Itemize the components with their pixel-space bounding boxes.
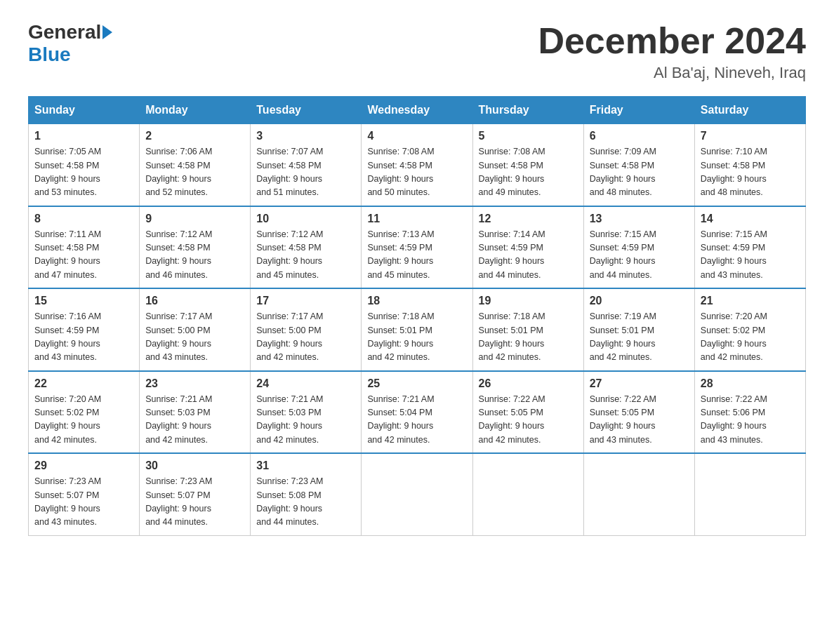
logo: General Blue — [28, 21, 114, 66]
day-info: Sunrise: 7:10 AMSunset: 4:58 PMDaylight:… — [701, 145, 800, 200]
logo-blue-text: Blue — [28, 43, 71, 65]
calendar-day-cell: 26Sunrise: 7:22 AMSunset: 5:05 PMDayligh… — [472, 371, 583, 454]
day-info: Sunrise: 7:22 AMSunset: 5:05 PMDaylight:… — [590, 393, 689, 448]
calendar-day-cell: 17Sunrise: 7:17 AMSunset: 5:00 PMDayligh… — [251, 288, 362, 371]
day-info: Sunrise: 7:16 AMSunset: 4:59 PMDaylight:… — [34, 310, 133, 365]
calendar-week-row: 15Sunrise: 7:16 AMSunset: 4:59 PMDayligh… — [29, 288, 806, 371]
day-number: 21 — [701, 295, 800, 307]
calendar-day-cell: 7Sunrise: 7:10 AMSunset: 4:58 PMDaylight… — [694, 124, 805, 206]
day-number: 3 — [256, 130, 355, 142]
day-info: Sunrise: 7:13 AMSunset: 4:59 PMDaylight:… — [367, 228, 466, 283]
day-number: 25 — [367, 377, 466, 390]
day-info: Sunrise: 7:15 AMSunset: 4:59 PMDaylight:… — [590, 228, 689, 283]
calendar-day-cell: 27Sunrise: 7:22 AMSunset: 5:05 PMDayligh… — [583, 371, 694, 454]
weekday-header-wednesday: Wednesday — [362, 97, 472, 124]
calendar-day-cell: 1Sunrise: 7:05 AMSunset: 4:58 PMDaylight… — [29, 124, 140, 206]
calendar-day-cell: 31Sunrise: 7:23 AMSunset: 5:08 PMDayligh… — [251, 453, 362, 535]
day-number: 9 — [145, 213, 244, 225]
day-info: Sunrise: 7:15 AMSunset: 4:59 PMDaylight:… — [701, 228, 800, 283]
weekday-header-saturday: Saturday — [694, 97, 805, 124]
day-info: Sunrise: 7:07 AMSunset: 4:58 PMDaylight:… — [256, 145, 355, 200]
calendar-day-cell: 18Sunrise: 7:18 AMSunset: 5:01 PMDayligh… — [362, 288, 472, 371]
page-header: General Blue December 2024 Al Ba'aj, Nin… — [28, 21, 806, 82]
day-number: 7 — [701, 130, 800, 142]
weekday-header-row: SundayMondayTuesdayWednesdayThursdayFrid… — [29, 97, 806, 124]
day-number: 4 — [367, 130, 466, 142]
calendar-day-cell: 6Sunrise: 7:09 AMSunset: 4:58 PMDaylight… — [583, 124, 694, 206]
calendar-day-cell: 13Sunrise: 7:15 AMSunset: 4:59 PMDayligh… — [583, 206, 694, 289]
calendar-day-cell: 25Sunrise: 7:21 AMSunset: 5:04 PMDayligh… — [362, 371, 472, 454]
day-info: Sunrise: 7:23 AMSunset: 5:08 PMDaylight:… — [256, 475, 355, 530]
weekday-header-thursday: Thursday — [472, 97, 583, 124]
day-info: Sunrise: 7:09 AMSunset: 4:58 PMDaylight:… — [590, 145, 689, 200]
calendar-week-row: 8Sunrise: 7:11 AMSunset: 4:58 PMDaylight… — [29, 206, 806, 289]
day-info: Sunrise: 7:21 AMSunset: 5:04 PMDaylight:… — [367, 393, 466, 448]
calendar-week-row: 22Sunrise: 7:20 AMSunset: 5:02 PMDayligh… — [29, 371, 806, 454]
calendar-day-cell: 24Sunrise: 7:21 AMSunset: 5:03 PMDayligh… — [251, 371, 362, 454]
day-number: 11 — [367, 213, 466, 225]
day-number: 15 — [34, 295, 133, 307]
day-info: Sunrise: 7:20 AMSunset: 5:02 PMDaylight:… — [34, 393, 133, 448]
calendar-day-cell — [694, 453, 805, 535]
calendar-week-row: 29Sunrise: 7:23 AMSunset: 5:07 PMDayligh… — [29, 453, 806, 535]
day-info: Sunrise: 7:08 AMSunset: 4:58 PMDaylight:… — [367, 145, 466, 200]
calendar-day-cell: 10Sunrise: 7:12 AMSunset: 4:58 PMDayligh… — [251, 206, 362, 289]
calendar-week-row: 1Sunrise: 7:05 AMSunset: 4:58 PMDaylight… — [29, 124, 806, 206]
day-number: 24 — [256, 377, 355, 390]
calendar-day-cell — [472, 453, 583, 535]
day-number: 18 — [367, 295, 466, 307]
calendar-day-cell: 8Sunrise: 7:11 AMSunset: 4:58 PMDaylight… — [29, 206, 140, 289]
day-number: 13 — [590, 213, 689, 225]
day-info: Sunrise: 7:18 AMSunset: 5:01 PMDaylight:… — [367, 310, 466, 365]
day-number: 8 — [34, 213, 133, 225]
logo-general-text: General — [28, 21, 101, 43]
day-number: 26 — [479, 377, 578, 390]
day-number: 1 — [34, 130, 133, 142]
day-info: Sunrise: 7:21 AMSunset: 5:03 PMDaylight:… — [145, 393, 244, 448]
day-info: Sunrise: 7:20 AMSunset: 5:02 PMDaylight:… — [701, 310, 800, 365]
weekday-header-monday: Monday — [140, 97, 251, 124]
calendar-day-cell: 15Sunrise: 7:16 AMSunset: 4:59 PMDayligh… — [29, 288, 140, 371]
calendar-day-cell: 28Sunrise: 7:22 AMSunset: 5:06 PMDayligh… — [694, 371, 805, 454]
day-info: Sunrise: 7:05 AMSunset: 4:58 PMDaylight:… — [34, 145, 133, 200]
calendar-day-cell: 12Sunrise: 7:14 AMSunset: 4:59 PMDayligh… — [472, 206, 583, 289]
day-number: 14 — [701, 213, 800, 225]
day-number: 27 — [590, 377, 689, 390]
logo-arrow-icon — [102, 25, 112, 39]
day-info: Sunrise: 7:14 AMSunset: 4:59 PMDaylight:… — [479, 228, 578, 283]
calendar-day-cell: 20Sunrise: 7:19 AMSunset: 5:01 PMDayligh… — [583, 288, 694, 371]
day-info: Sunrise: 7:12 AMSunset: 4:58 PMDaylight:… — [256, 228, 355, 283]
day-number: 20 — [590, 295, 689, 307]
location-text: Al Ba'aj, Nineveh, Iraq — [538, 64, 806, 82]
day-number: 10 — [256, 213, 355, 225]
weekday-header-sunday: Sunday — [29, 97, 140, 124]
title-section: December 2024 Al Ba'aj, Nineveh, Iraq — [538, 21, 806, 82]
day-info: Sunrise: 7:06 AMSunset: 4:58 PMDaylight:… — [145, 145, 244, 200]
calendar-day-cell: 23Sunrise: 7:21 AMSunset: 5:03 PMDayligh… — [140, 371, 251, 454]
calendar-table: SundayMondayTuesdayWednesdayThursdayFrid… — [28, 96, 806, 536]
day-number: 2 — [145, 130, 244, 142]
day-number: 31 — [256, 459, 355, 472]
calendar-day-cell — [583, 453, 694, 535]
calendar-day-cell: 21Sunrise: 7:20 AMSunset: 5:02 PMDayligh… — [694, 288, 805, 371]
day-info: Sunrise: 7:23 AMSunset: 5:07 PMDaylight:… — [145, 475, 244, 530]
day-info: Sunrise: 7:19 AMSunset: 5:01 PMDaylight:… — [590, 310, 689, 365]
day-number: 12 — [479, 213, 578, 225]
day-info: Sunrise: 7:23 AMSunset: 5:07 PMDaylight:… — [34, 475, 133, 530]
day-info: Sunrise: 7:21 AMSunset: 5:03 PMDaylight:… — [256, 393, 355, 448]
day-info: Sunrise: 7:22 AMSunset: 5:06 PMDaylight:… — [701, 393, 800, 448]
calendar-day-cell: 11Sunrise: 7:13 AMSunset: 4:59 PMDayligh… — [362, 206, 472, 289]
calendar-day-cell: 19Sunrise: 7:18 AMSunset: 5:01 PMDayligh… — [472, 288, 583, 371]
calendar-day-cell: 2Sunrise: 7:06 AMSunset: 4:58 PMDaylight… — [140, 124, 251, 206]
day-info: Sunrise: 7:18 AMSunset: 5:01 PMDaylight:… — [479, 310, 578, 365]
calendar-day-cell — [362, 453, 472, 535]
day-info: Sunrise: 7:22 AMSunset: 5:05 PMDaylight:… — [479, 393, 578, 448]
day-number: 22 — [34, 377, 133, 390]
calendar-day-cell: 4Sunrise: 7:08 AMSunset: 4:58 PMDaylight… — [362, 124, 472, 206]
day-info: Sunrise: 7:17 AMSunset: 5:00 PMDaylight:… — [145, 310, 244, 365]
month-title: December 2024 — [538, 21, 806, 61]
day-number: 30 — [145, 459, 244, 472]
calendar-day-cell: 16Sunrise: 7:17 AMSunset: 5:00 PMDayligh… — [140, 288, 251, 371]
calendar-day-cell: 30Sunrise: 7:23 AMSunset: 5:07 PMDayligh… — [140, 453, 251, 535]
day-info: Sunrise: 7:08 AMSunset: 4:58 PMDaylight:… — [479, 145, 578, 200]
